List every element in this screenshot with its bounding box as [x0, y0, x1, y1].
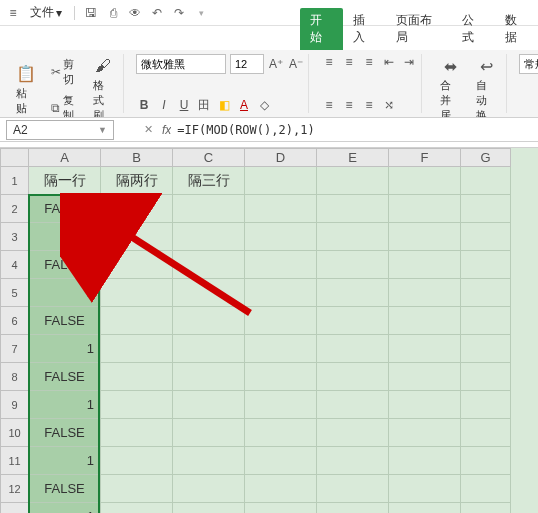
cell-F9[interactable]	[389, 391, 461, 419]
cell-F8[interactable]	[389, 363, 461, 391]
cell-G10[interactable]	[461, 419, 511, 447]
cell-E9[interactable]	[317, 391, 389, 419]
shrink-font-icon[interactable]: A⁻	[288, 56, 304, 72]
cell-A8[interactable]: FALSE	[29, 363, 101, 391]
cell-F13[interactable]	[389, 503, 461, 514]
cancel-formula-icon[interactable]: ✕	[140, 122, 156, 138]
column-header-C[interactable]: C	[173, 149, 245, 167]
cell-D6[interactable]	[245, 307, 317, 335]
align-top-left-icon[interactable]: ≡	[321, 54, 337, 70]
qat-dropdown-icon[interactable]: ▾	[193, 5, 209, 21]
cell-A1[interactable]: 隔一行	[29, 167, 101, 195]
cell-E2[interactable]	[317, 195, 389, 223]
tab-start[interactable]: 开始	[300, 8, 343, 50]
column-header-E[interactable]: E	[317, 149, 389, 167]
cell-C8[interactable]	[173, 363, 245, 391]
bold-button[interactable]: B	[136, 97, 152, 113]
column-header-A[interactable]: A	[29, 149, 101, 167]
tab-data[interactable]: 数据	[495, 8, 538, 50]
undo-icon[interactable]: ↶	[149, 5, 165, 21]
column-header-B[interactable]: B	[101, 149, 173, 167]
cut-button[interactable]: ✂剪切	[46, 55, 83, 89]
border-button[interactable]: 田	[196, 97, 212, 113]
cell-E12[interactable]	[317, 475, 389, 503]
cell-D9[interactable]	[245, 391, 317, 419]
wrap-text-button[interactable]: ↩ 自动换行	[470, 54, 502, 118]
cell-E10[interactable]	[317, 419, 389, 447]
cell-D13[interactable]	[245, 503, 317, 514]
tab-formula[interactable]: 公式	[452, 8, 495, 50]
cell-B9[interactable]	[101, 391, 173, 419]
row-header-10[interactable]: 10	[1, 419, 29, 447]
cell-F12[interactable]	[389, 475, 461, 503]
cell-E7[interactable]	[317, 335, 389, 363]
cell-G5[interactable]	[461, 279, 511, 307]
cell-F11[interactable]	[389, 447, 461, 475]
cell-A13[interactable]: 1	[29, 503, 101, 514]
row-header-11[interactable]: 11	[1, 447, 29, 475]
cell-B10[interactable]	[101, 419, 173, 447]
cell-D1[interactable]	[245, 167, 317, 195]
underline-button[interactable]: U	[176, 97, 192, 113]
cell-B13[interactable]	[101, 503, 173, 514]
print-icon[interactable]: ⎙	[105, 5, 121, 21]
cell-A2[interactable]: FALSE	[29, 195, 101, 223]
cell-A7[interactable]: 1	[29, 335, 101, 363]
column-header-D[interactable]: D	[245, 149, 317, 167]
cell-B3[interactable]	[101, 223, 173, 251]
cell-F4[interactable]	[389, 251, 461, 279]
row-header-7[interactable]: 7	[1, 335, 29, 363]
cell-D3[interactable]	[245, 223, 317, 251]
cell-C7[interactable]	[173, 335, 245, 363]
fx-icon[interactable]: fx	[162, 123, 171, 137]
cell-C4[interactable]	[173, 251, 245, 279]
cell-G12[interactable]	[461, 475, 511, 503]
row-header-5[interactable]: 5	[1, 279, 29, 307]
align-top-right-icon[interactable]: ≡	[361, 54, 377, 70]
cell-D8[interactable]	[245, 363, 317, 391]
cell-B4[interactable]	[101, 251, 173, 279]
cell-F10[interactable]	[389, 419, 461, 447]
file-menu[interactable]: 文件 ▾	[26, 2, 66, 23]
cell-E3[interactable]	[317, 223, 389, 251]
column-header-G[interactable]: G	[461, 149, 511, 167]
cell-C2[interactable]	[173, 195, 245, 223]
cell-A11[interactable]: 1	[29, 447, 101, 475]
cell-C9[interactable]	[173, 391, 245, 419]
print-preview-icon[interactable]: 👁	[127, 5, 143, 21]
cell-E5[interactable]	[317, 279, 389, 307]
cell-B7[interactable]	[101, 335, 173, 363]
cell-D7[interactable]	[245, 335, 317, 363]
align-bottom-center-icon[interactable]: ≡	[341, 97, 357, 113]
cell-B8[interactable]	[101, 363, 173, 391]
row-header-2[interactable]: 2	[1, 195, 29, 223]
cell-B2[interactable]	[101, 195, 173, 223]
font-name-combo[interactable]	[136, 54, 226, 74]
align-bottom-right-icon[interactable]: ≡	[361, 97, 377, 113]
cell-E8[interactable]	[317, 363, 389, 391]
grow-font-icon[interactable]: A⁺	[268, 56, 284, 72]
cell-A3[interactable]: 1	[29, 223, 101, 251]
cell-C10[interactable]	[173, 419, 245, 447]
cell-C13[interactable]	[173, 503, 245, 514]
row-header-3[interactable]: 3	[1, 223, 29, 251]
save-icon[interactable]: 🖫	[83, 5, 99, 21]
cell-D12[interactable]	[245, 475, 317, 503]
cell-D10[interactable]	[245, 419, 317, 447]
cell-D2[interactable]	[245, 195, 317, 223]
select-all-corner[interactable]	[1, 149, 29, 167]
cell-E6[interactable]	[317, 307, 389, 335]
orientation-icon[interactable]: ⤭	[381, 97, 397, 113]
cell-E1[interactable]	[317, 167, 389, 195]
copy-button[interactable]: ⧉复制	[46, 91, 83, 119]
cell-B6[interactable]	[101, 307, 173, 335]
cell-G1[interactable]	[461, 167, 511, 195]
cell-E11[interactable]	[317, 447, 389, 475]
tab-page-layout[interactable]: 页面布局	[386, 8, 452, 50]
number-format-combo[interactable]: 常规	[519, 54, 538, 74]
cell-B5[interactable]	[101, 279, 173, 307]
font-color-button[interactable]: A	[236, 97, 252, 113]
cell-G4[interactable]	[461, 251, 511, 279]
paste-button[interactable]: 📋 粘贴	[10, 62, 42, 118]
cell-F1[interactable]	[389, 167, 461, 195]
